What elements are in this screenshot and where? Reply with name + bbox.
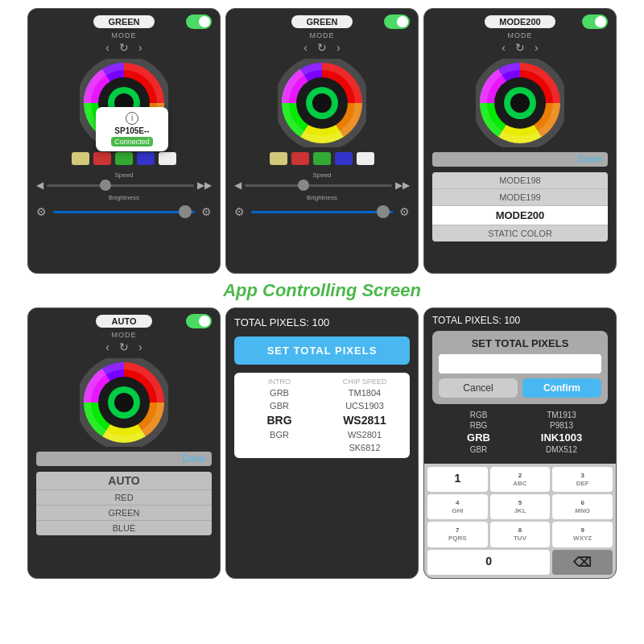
pixel-row3-col1[interactable]: BRG [241, 413, 318, 427]
numpad-backspace[interactable]: ⌫ [552, 550, 613, 575]
speed-slider[interactable] [47, 184, 194, 187]
screen4-done-btn[interactable]: Done [36, 452, 212, 466]
screen4-next-btn[interactable]: › [138, 341, 142, 353]
brightness2-slider[interactable] [251, 211, 393, 213]
numpad-0[interactable]: 0 [427, 550, 550, 575]
app-title: App Controlling Screen [223, 274, 421, 308]
mode-list-item-static[interactable]: STATIC COLOR [432, 225, 608, 242]
gear2-icon-left[interactable]: ⚙ [234, 205, 245, 218]
dst-ink1003[interactable]: INK1003 [523, 431, 600, 444]
screen1-refresh-btn[interactable]: ↻ [119, 41, 129, 54]
dst-tm1913[interactable]: TM1913 [523, 411, 600, 419]
screen1-mode-label: MODE [112, 31, 137, 39]
auto-list-auto[interactable]: AUTO [36, 472, 212, 490]
screen1-toggle[interactable] [186, 14, 212, 29]
cancel-btn[interactable]: Cancel [439, 378, 518, 398]
screen3-colorwheel[interactable] [476, 59, 564, 147]
swatch2-blue[interactable] [335, 152, 353, 165]
screen3-prev-btn[interactable]: ‹ [502, 41, 506, 54]
mode-list-item-200[interactable]: MODE200 [432, 206, 608, 225]
top-row: GREEN MODE ‹ ↻ › [0, 0, 644, 274]
speed2-next-btn[interactable]: ▶▶ [395, 180, 410, 191]
set-pixels-btn[interactable]: SET TOTAL PIXELS [234, 336, 410, 365]
dst-grb[interactable]: GRB [440, 431, 517, 444]
mode-list-item-198[interactable]: MODE198 [432, 172, 608, 189]
auto-list-green[interactable]: GREEN [36, 506, 212, 521]
pixel-row1-col1[interactable]: GRB [241, 387, 318, 398]
dialog-input[interactable] [439, 354, 601, 374]
pixel-col2-header: CHIP SPEED [326, 378, 403, 386]
dst-dmx512[interactable]: DMX512 [523, 445, 600, 454]
screen2-swatches [270, 152, 374, 165]
svg-point-7 [312, 93, 332, 113]
dst-rgb[interactable]: RGB [440, 411, 517, 419]
dialog-buttons: Cancel Confirm [439, 378, 601, 398]
screen2-next-btn[interactable]: › [336, 41, 341, 54]
swatch2-white[interactable] [357, 152, 374, 165]
swatch2-yellow[interactable] [270, 152, 287, 165]
screen2-toggle[interactable] [384, 14, 410, 29]
swatch-green[interactable] [115, 152, 133, 165]
screen3-next-btn[interactable]: › [535, 41, 539, 54]
mode-list-item-199[interactable]: MODE199 [432, 189, 608, 206]
numpad-8[interactable]: 8TUV [490, 522, 551, 547]
screen1-topbar: GREEN [36, 15, 212, 28]
speed-prev-btn[interactable]: ◀ [36, 180, 43, 191]
dst-gbr[interactable]: GBR [440, 445, 517, 454]
screen2-prev-btn[interactable]: ‹ [303, 41, 308, 54]
confirm-btn[interactable]: Confirm [522, 378, 601, 398]
pixel-row4-col2[interactable]: WS2801 [326, 429, 403, 440]
numpad-5[interactable]: 5JKL [490, 494, 551, 519]
auto-list-red[interactable]: RED [36, 490, 212, 506]
pixel-row4-col1[interactable]: BGR [241, 429, 318, 440]
pixel-row1-col2[interactable]: TM1804 [326, 387, 403, 398]
screen2-colorwheel[interactable] [278, 59, 366, 147]
brightness2-thumb [377, 205, 390, 218]
numpad-7[interactable]: 7PQRS [427, 522, 488, 547]
dst-rbg[interactable]: RBG [440, 421, 517, 430]
screen3-refresh-btn[interactable]: ↻ [515, 41, 525, 54]
screen1-label: GREEN [93, 15, 154, 28]
numpad-3[interactable]: 3DEF [552, 467, 613, 492]
swatch-white[interactable] [159, 152, 176, 165]
screen6: TOTAL PIXELS: 100 SET TOTAL PIXELS Cance… [423, 308, 617, 579]
info-icon: i [126, 112, 138, 125]
speed2-slider[interactable] [245, 184, 392, 187]
dst-p9813[interactable]: P9813 [523, 421, 600, 430]
screen4-prev-btn[interactable]: ‹ [105, 341, 109, 353]
screen2: GREEN MODE ‹ ↻ › [225, 8, 419, 274]
swatch2-red[interactable] [291, 152, 309, 165]
screen4-colorwheel[interactable] [80, 358, 168, 447]
numpad-9[interactable]: 9WXYZ [552, 522, 613, 547]
speed-next-btn[interactable]: ▶▶ [197, 180, 212, 191]
screen3-label: MODE200 [485, 15, 555, 28]
screen1-next-btn[interactable]: › [138, 41, 142, 54]
svg-point-15 [114, 393, 134, 412]
gear2-icon-right[interactable]: ⚙ [399, 205, 410, 218]
numpad-6[interactable]: 6MNO [552, 494, 613, 519]
gear-icon-left[interactable]: ⚙ [36, 205, 47, 218]
gear-icon-right[interactable]: ⚙ [201, 205, 212, 218]
pixel-row2-col1[interactable]: GBR [241, 400, 318, 411]
numpad-4[interactable]: 4GHI [427, 494, 488, 519]
connected-badge: Connected [111, 137, 153, 147]
pixel-row3-col2[interactable]: WS2811 [326, 413, 403, 427]
auto-list-blue[interactable]: BLUE [36, 521, 212, 535]
screen4-refresh-btn[interactable]: ↻ [119, 341, 129, 353]
swatch-yellow[interactable] [72, 152, 89, 165]
speed2-prev-btn[interactable]: ◀ [234, 180, 242, 191]
pixel-row5-col2[interactable]: SK6812 [326, 442, 403, 453]
numpad-1[interactable]: 1 [427, 467, 488, 492]
brightness-slider[interactable] [53, 211, 195, 213]
swatch2-green[interactable] [313, 152, 331, 165]
screen4-toggle[interactable] [186, 314, 212, 328]
screen2-refresh-btn[interactable]: ↻ [317, 41, 327, 54]
numpad-2[interactable]: 2ABC [490, 467, 551, 492]
done-btn[interactable]: Done [432, 152, 608, 167]
screen1-prev-btn[interactable]: ‹ [105, 41, 109, 54]
swatch-red[interactable] [93, 152, 111, 165]
screen3-toggle[interactable] [582, 14, 608, 29]
pixel-row2-col2[interactable]: UCS1903 [326, 400, 403, 411]
swatch-blue[interactable] [137, 152, 155, 165]
screen2-topbar: GREEN [234, 15, 410, 28]
